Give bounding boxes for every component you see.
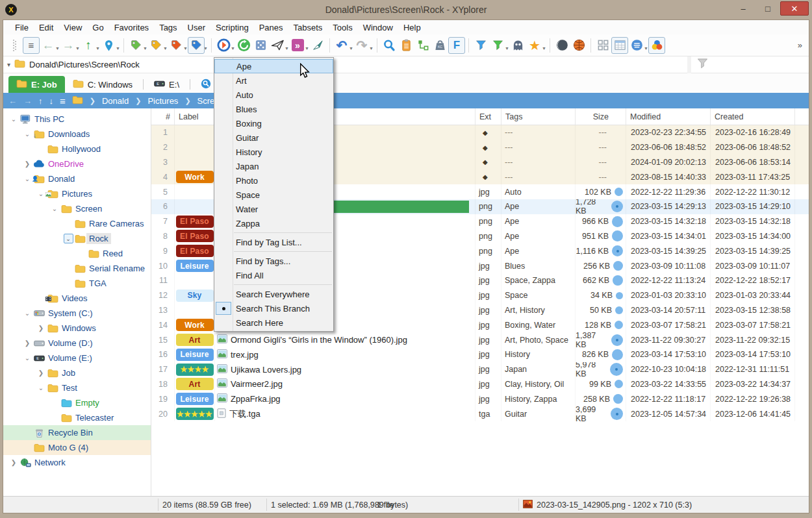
tree-item-downloads[interactable]: ⌄↓Downloads [3, 127, 151, 142]
tree-item-telecaster[interactable]: Telecaster [3, 410, 151, 425]
column-header-ext[interactable]: Ext [476, 108, 501, 125]
tree-item-this-pc[interactable]: ⌄This PC [3, 112, 151, 127]
tag-red-button[interactable] [168, 37, 184, 54]
tree-expander-icon[interactable]: ⌄ [22, 130, 32, 138]
menu-go[interactable]: Go [87, 21, 108, 34]
menu-item-find-all[interactable]: Find All [214, 268, 333, 282]
ghost-button[interactable] [509, 37, 526, 54]
breadcrumb-root-folder-icon[interactable] [72, 95, 83, 106]
menu-item-blues[interactable]: Blues [214, 102, 333, 116]
weight-kc-button[interactable]: KC [431, 37, 448, 54]
search-button[interactable] [381, 37, 398, 54]
menu-view[interactable]: View [58, 21, 87, 34]
address-bar[interactable]: ▾ Donald\Pictures\Screen\Rock [3, 56, 687, 73]
tab-e-job[interactable]: E: Job [8, 76, 65, 93]
crumb-pictures[interactable]: Pictures [147, 96, 178, 106]
tree-expander-icon[interactable]: ❯ [36, 369, 46, 376]
tab-e-[interactable]: EE:\ [146, 76, 187, 93]
tree-item-screen[interactable]: ⌄Screen [3, 201, 151, 216]
location-pin-button[interactable] [100, 37, 117, 54]
menu-item-history[interactable]: History [214, 145, 333, 159]
menu-item-find-by-tag-list[interactable]: Find by Tag List... [214, 235, 333, 249]
address-path[interactable]: Donald\Pictures\Screen\Rock [29, 60, 140, 69]
menu-item-photo[interactable]: Photo [214, 173, 333, 188]
crumb-forward-icon[interactable]: → [23, 96, 32, 106]
tree-item-system-c-[interactable]: ⌄System (C:) [3, 306, 151, 321]
menu-edit[interactable]: Edit [34, 21, 58, 34]
tree-item-test[interactable]: ⌄Test [3, 380, 151, 395]
tree-item-reed[interactable]: Reed [3, 246, 151, 261]
menu-item-japan[interactable]: Japan [214, 159, 333, 173]
tree-item-job[interactable]: ❯Job [3, 365, 151, 380]
compass-button[interactable] [309, 37, 326, 54]
tree-item-windows[interactable]: ❯Windows [3, 321, 151, 336]
menu-item-ape[interactable]: Ape [214, 59, 333, 73]
step-pink-button[interactable]: » [289, 37, 306, 54]
tree-expander-icon[interactable]: ⌄ [36, 384, 46, 391]
basketball-button[interactable] [570, 37, 587, 54]
crumb-back-icon[interactable]: ← [8, 96, 17, 106]
favorites-star-button[interactable]: ★ [526, 37, 543, 54]
menu-favorites[interactable]: Favorites [109, 21, 154, 34]
menu-panes[interactable]: Panes [254, 21, 288, 34]
file-row[interactable]: 18ArtVairmeer2.jpgjpgClay, History, Oil9… [151, 377, 809, 392]
menu-tabsets[interactable]: Tabsets [288, 21, 328, 34]
chevron-down-icon[interactable]: ▾ [7, 61, 10, 68]
tree-item-hollywood[interactable]: Hollywood [3, 142, 151, 156]
tree-expander-icon[interactable]: ❯ [22, 339, 32, 347]
tree-item-volume-d-[interactable]: ❯Volume (D:) [3, 336, 151, 351]
tree-expander-icon[interactable]: ⌄ [8, 116, 19, 123]
tree-item-empty[interactable]: Empty [3, 395, 151, 410]
file-row[interactable]: 16Leisuretrex.jpgjpgHistory826 KB2023-03… [151, 347, 809, 362]
go-circle-button[interactable] [215, 37, 232, 54]
crumb-up-icon[interactable]: ↑ [38, 96, 43, 106]
crumb-donald[interactable]: Donald [102, 96, 129, 106]
tree-item-tga[interactable]: TGA [3, 276, 151, 291]
tree-expander-icon[interactable]: ❯ [22, 160, 32, 167]
tree-item-donald[interactable]: ⌄👤Donald [3, 171, 151, 186]
funnel-green-button[interactable] [489, 37, 506, 54]
menu-item-boxing[interactable]: Boxing [214, 116, 333, 130]
minimize-button[interactable]: – [731, 1, 755, 16]
grid-panes-button[interactable] [594, 37, 611, 54]
name-cell[interactable]: Vairmeer2.jpg [215, 377, 476, 392]
crumb-down-icon[interactable]: ↓ [49, 96, 54, 106]
file-row[interactable]: 15ArtOrmond Gigli's “Girls in the Window… [151, 332, 809, 347]
moon-button[interactable] [553, 37, 570, 54]
menu-item-search-this-branch[interactable]: Search This Branch [214, 301, 333, 315]
menu-help[interactable]: Help [398, 21, 426, 34]
tree-expander-icon[interactable]: ⌄ [22, 175, 32, 182]
up-arrow-button[interactable]: ↑ [80, 37, 97, 54]
tree-item-rare-cameras[interactable]: Rare Cameras [3, 216, 151, 231]
back-arrow-button[interactable]: ← [40, 37, 57, 54]
column-header-modified[interactable]: Modified [626, 108, 711, 125]
tree-item-recycle-bin[interactable]: Recycle Bin [3, 425, 151, 440]
menu-item-find-by-tags[interactable]: Find by Tags... [214, 254, 333, 268]
paper-plane-button[interactable] [269, 37, 286, 54]
menu-item-auto[interactable]: Auto [214, 88, 333, 102]
column-header-tags[interactable]: Tags [501, 108, 576, 125]
name-cell[interactable]: Ujikawa Lovers.jpg [215, 362, 476, 377]
menu-item-search-here[interactable]: Search Here [214, 315, 333, 330]
redo-button[interactable]: ↷ [353, 37, 370, 54]
tree-view-button[interactable] [414, 37, 431, 54]
tag-blue-button[interactable] [188, 37, 205, 54]
menu-item-art[interactable]: Art [214, 73, 333, 88]
dice-button[interactable] [252, 37, 269, 54]
tree-expander-icon[interactable]: ⌄ [22, 354, 32, 362]
menu-item-water[interactable]: Water [214, 202, 333, 216]
tree-expander-icon[interactable]: ❯ [8, 459, 19, 466]
file-row[interactable]: 17★★★★Ujikawa Lovers.jpgjpgJapan5,978 KB… [151, 362, 809, 377]
clipboard-button[interactable] [398, 37, 414, 54]
column-header-num[interactable]: # [151, 108, 175, 125]
maximize-button[interactable]: □ [755, 1, 780, 16]
refresh-button[interactable] [235, 37, 252, 54]
file-row[interactable]: 19LeisureZppaFrka.jpgjpgHistory, Zappa25… [151, 391, 809, 406]
column-header-size[interactable]: Size [576, 108, 626, 125]
menu-item-search-everywhere[interactable]: Search Everywhere [214, 287, 333, 301]
tree-item-moto-g-4-[interactable]: Moto G (4) [3, 440, 151, 455]
name-cell[interactable]: trex.jpg [215, 347, 476, 362]
column-header-created[interactable]: Created [711, 108, 795, 125]
menu-file[interactable]: File [10, 21, 34, 34]
menu-window[interactable]: Window [358, 21, 398, 34]
